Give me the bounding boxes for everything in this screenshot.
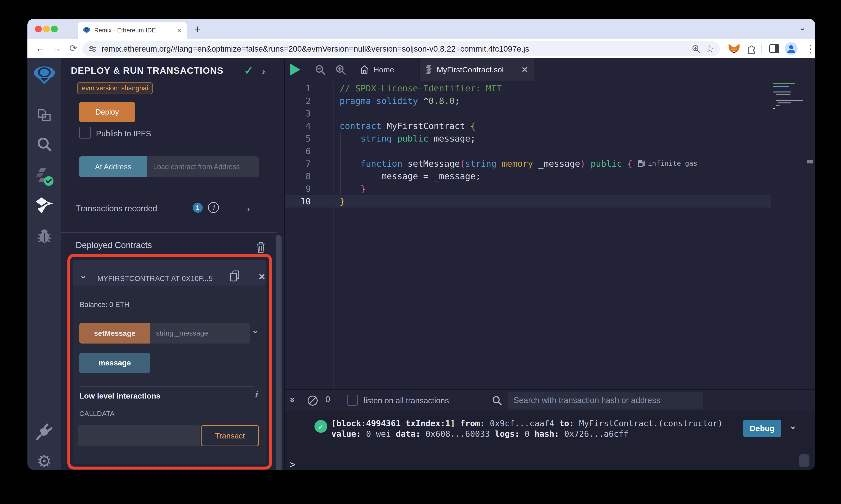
debug-button[interactable]: Debug — [743, 420, 782, 437]
debugger-icon[interactable] — [28, 228, 61, 244]
metamask-icon[interactable] — [727, 42, 741, 55]
minimap[interactable] — [773, 83, 806, 111]
home-icon — [359, 65, 369, 75]
browser-tab[interactable]: Remix - Ethereum IDE ✕ — [78, 22, 187, 39]
terminal-search-icon — [492, 395, 502, 406]
code-line[interactable]: 7 function setMessage(string memory _mes… — [285, 157, 771, 170]
site-settings-icon[interactable] — [88, 44, 97, 53]
evm-version-badge: evm version: shanghai — [77, 83, 153, 94]
panel-divider — [61, 232, 276, 233]
terminal-search-input[interactable] — [508, 392, 703, 409]
code-editor[interactable]: 1// SPDX-License-Identifier: MIT2pragma … — [285, 81, 815, 389]
line-number: 7 — [285, 159, 319, 169]
zoom-out-icon[interactable] — [314, 64, 326, 75]
gas-annotation-text: infinite gas — [648, 159, 698, 167]
transactions-count-badge: 1 — [193, 203, 203, 213]
tx-expand-icon[interactable]: › — [788, 424, 799, 431]
tx-log-line[interactable]: value: 0 wei data: 0x608...60033 logs: 0… — [331, 429, 629, 438]
bookmark-star-icon[interactable]: ☆ — [705, 43, 714, 55]
mac-close-button[interactable] — [35, 25, 42, 32]
deploy-run-icon[interactable] — [28, 197, 61, 214]
panel-scrollbar[interactable] — [276, 235, 281, 470]
tab-file-label: MyFirstContract.sol — [437, 65, 517, 74]
code-line[interactable]: 10} — [285, 195, 771, 208]
remix-favicon — [83, 26, 90, 34]
zoom-indicator-icon[interactable] — [691, 44, 701, 53]
main-area: Home MyFirstContract.sol ✕ 1// SPDX-Lice… — [285, 58, 815, 470]
deploy-button[interactable]: Deploy — [79, 102, 135, 122]
terminal-scrollbar[interactable] — [799, 454, 809, 467]
browser-toolbar: ← → ⟳ remix.ethereum.org/#lang=en&optimi… — [28, 39, 815, 58]
code-line[interactable]: 3 — [285, 107, 771, 120]
terminal-log[interactable]: ✓ [block:4994361 txIndex:1] from: 0x9cf.… — [285, 411, 815, 470]
listen-transactions-label: listen on all transactions — [364, 396, 449, 405]
new-tab-button[interactable]: + — [191, 23, 204, 35]
deployed-contracts-label: Deployed Contracts — [76, 240, 152, 250]
code-line[interactable]: 9 } — [285, 182, 771, 195]
code-line[interactable]: 4contract MyFirstContract { — [285, 120, 771, 132]
code-line[interactable]: 1// SPDX-License-Identifier: MIT — [285, 82, 771, 94]
settings-gear-icon[interactable]: ⚙ — [28, 451, 61, 470]
at-address-input[interactable] — [147, 156, 259, 177]
publish-ipfs-label: Publish to IPFS — [96, 129, 151, 138]
panel-title: DEPLOY & RUN TRANSACTIONS — [71, 66, 223, 76]
tab-close-icon[interactable]: ✕ — [521, 65, 528, 74]
line-number: 10 — [285, 196, 319, 206]
compile-success-icon: ✓ — [244, 64, 253, 77]
transactions-expand-icon[interactable]: › — [247, 204, 250, 213]
gas-pump-icon — [638, 159, 645, 167]
line-number: 8 — [285, 171, 319, 181]
transactions-info-icon[interactable]: i — [208, 202, 219, 213]
browser-tabstrip: Remix - Ethereum IDE ✕ + › — [28, 19, 815, 39]
code-line[interactable]: 8 message = _message; — [285, 170, 771, 182]
side-panel-icon[interactable] — [768, 42, 781, 55]
address-bar[interactable]: remix.ethereum.org/#lang=en&optimize=fal… — [82, 41, 720, 56]
reload-icon[interactable]: ⟳ — [67, 41, 80, 55]
clear-console-icon[interactable] — [308, 396, 317, 406]
listen-transactions-checkbox[interactable] — [347, 395, 358, 406]
line-number: 5 — [285, 133, 319, 144]
transactions-recorded-label: Transactions recorded — [76, 204, 157, 213]
solidity-compiler-icon[interactable] — [28, 167, 61, 186]
terminal: » 0 listen on all transactions ✓ [block:… — [285, 389, 815, 470]
tab-close-icon[interactable]: ✕ — [177, 27, 182, 34]
terminal-prompt[interactable]: > — [290, 459, 295, 470]
code-line[interactable]: 5 string public message; — [285, 132, 771, 145]
clear-contracts-trash-icon[interactable] — [256, 241, 266, 254]
code-lines: 1// SPDX-License-Identifier: MIT2pragma … — [285, 82, 771, 208]
tab-home-label: Home — [374, 65, 394, 74]
mac-minimize-button[interactable] — [43, 25, 50, 32]
at-address-button[interactable]: At Address — [79, 156, 147, 177]
file-explorer-icon[interactable] — [28, 107, 61, 124]
tab-search-icon[interactable]: › — [797, 23, 809, 35]
publish-ipfs-checkbox[interactable] — [79, 127, 91, 139]
line-number: 2 — [285, 96, 319, 106]
annotation-highlight-box — [67, 254, 272, 470]
zoom-in-icon[interactable] — [335, 64, 346, 75]
back-icon[interactable]: ← — [34, 41, 47, 55]
toolbar-divider — [761, 44, 762, 54]
terminal-collapse-icon[interactable]: » — [288, 397, 298, 402]
solidity-file-icon — [426, 65, 433, 75]
profile-avatar[interactable] — [784, 42, 798, 55]
plugin-manager-icon[interactable] — [28, 422, 61, 441]
remix-logo-icon[interactable] — [28, 65, 61, 86]
indent-guide — [340, 132, 341, 195]
icon-rail: ⚙ — [28, 58, 61, 470]
line-number: 1 — [285, 83, 319, 93]
code-line[interactable]: 6 — [285, 145, 771, 157]
search-icon[interactable] — [28, 136, 61, 152]
extensions-icon[interactable] — [744, 42, 758, 55]
panel-expand-icon[interactable]: › — [262, 66, 265, 76]
url-text[interactable]: remix.ethereum.org/#lang=en&optimize=fal… — [101, 44, 687, 53]
gas-annotation: infinite gas — [638, 159, 698, 167]
tx-log-line[interactable]: [block:4994361 txIndex:1] from: 0x9cf...… — [331, 419, 723, 428]
tab-home[interactable]: Home — [353, 58, 400, 81]
code-line[interactable]: 2pragma solidity ^0.8.0; — [285, 94, 771, 107]
forward-icon[interactable]: → — [50, 41, 63, 55]
run-script-icon[interactable] — [290, 64, 300, 75]
terminal-controls: » 0 listen on all transactions — [285, 390, 815, 411]
browser-menu-icon[interactable]: ⋮ — [804, 42, 815, 55]
mac-zoom-button[interactable] — [51, 25, 58, 32]
tab-myfirstcontract[interactable]: MyFirstContract.sol ✕ — [419, 58, 534, 81]
